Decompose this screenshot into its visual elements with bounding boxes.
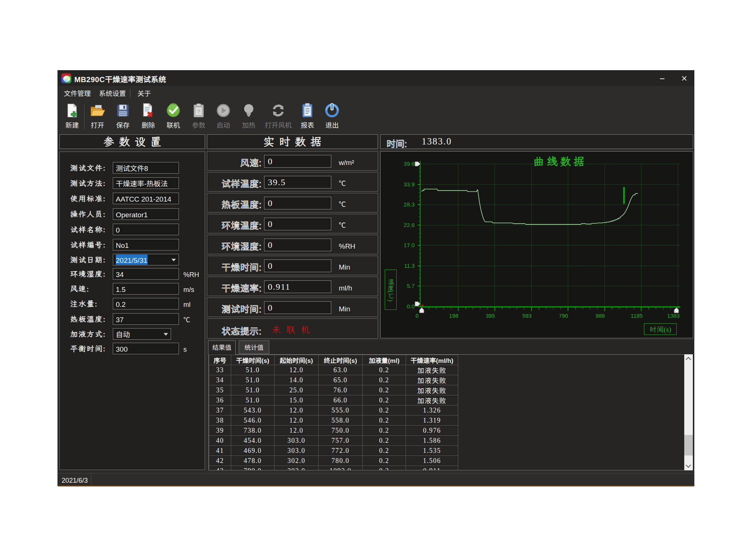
table-cell: 37	[209, 405, 231, 416]
toolbar-button-label: 参数	[188, 120, 209, 130]
realtime-label-status-hint: 状态提示:	[221, 324, 262, 337]
field-input-test-file[interactable]: 测试文件8	[113, 162, 179, 174]
realtime-value-sample-temp[interactable]: 39.5	[264, 176, 331, 189]
table-cell: 1.319	[406, 416, 458, 426]
field-input-sample-no[interactable]: No1	[113, 239, 179, 251]
table-row[interactable]: 42478.0302.0780.00.21.506	[209, 456, 458, 466]
column-header[interactable]: 加液量(ml)	[363, 355, 406, 365]
minimize-button[interactable]	[652, 71, 673, 86]
field-input-operator[interactable]: Operator1	[113, 208, 179, 220]
heat-bulb-icon	[241, 103, 256, 118]
column-header[interactable]: 起始时间(s)	[275, 355, 319, 365]
realtime-value-ambient-temp[interactable]: 0	[264, 218, 331, 230]
table-cell: 0.2	[363, 436, 406, 446]
toolbar-button-delete[interactable]: 删除	[138, 103, 159, 134]
title-bar[interactable]: MB290C干燥速率测试系统	[58, 71, 694, 86]
scroll-up-button[interactable]	[684, 354, 693, 363]
tab-results[interactable]: 结果值	[208, 340, 236, 355]
chart-panel: 39.633.928.322.617.011.35.70.00198395593…	[380, 151, 693, 338]
toolbar-button-label: 加热	[238, 120, 259, 130]
field-input-water-volume[interactable]: 0.2	[113, 298, 179, 309]
scroll-down-button[interactable]	[684, 462, 693, 470]
toolbar-button-report[interactable]: 报表	[297, 103, 318, 134]
table-cell: 51.0	[231, 375, 275, 385]
table-row[interactable]: 3551.025.076.00.2加液失败	[209, 385, 458, 395]
table-row[interactable]: 37543.012.0555.00.21.326	[209, 405, 458, 416]
table-cell: 12.0	[275, 416, 319, 426]
field-input-standard[interactable]: AATCC 201-2014	[113, 193, 179, 204]
realtime-value-wind-speed[interactable]: 0	[264, 155, 331, 168]
results-panel: 结果值 统计值 序号干燥时间(s)起始时间(s)终止时间(s)加液量(ml)干燥…	[207, 339, 694, 472]
table-cell: 41	[209, 446, 231, 456]
combo-dropdown-arrow-icon[interactable]	[164, 333, 168, 336]
table-cell: 1.586	[406, 436, 458, 446]
table-cell: 303.0	[275, 466, 319, 471]
field-unit: %RH	[183, 269, 199, 279]
y-tick-label: 0.0	[407, 303, 415, 309]
realtime-value-drying-time[interactable]: 0	[264, 259, 331, 272]
table-row[interactable]: 43790.0303.01093.00.20.911	[209, 466, 458, 471]
realtime-unit: ℃	[339, 199, 346, 209]
column-header[interactable]: 序号	[209, 355, 231, 365]
field-label-operator: 操作人员:	[70, 209, 106, 219]
field-label-sample-name: 试样名称:	[70, 224, 106, 234]
table-cell: 0.911	[406, 466, 458, 471]
table-row[interactable]: 38546.012.0558.00.21.319	[209, 416, 458, 426]
new-file-icon	[65, 103, 80, 118]
table-row[interactable]: 39738.012.0750.00.20.976	[209, 426, 458, 436]
origin-marker	[422, 305, 424, 307]
table-cell: 0.2	[363, 426, 406, 436]
field-input-wind-speed[interactable]: 1.5	[113, 283, 179, 295]
field-input-test-method[interactable]: 干燥速率-热板法	[113, 177, 179, 189]
scrollbar-thumb[interactable]	[684, 435, 693, 455]
field-input-balance-time[interactable]: 300	[113, 343, 179, 354]
menu-about[interactable]: 关于	[137, 86, 151, 100]
params-clipboard-icon: ?	[191, 103, 206, 118]
time-value: 1383.0	[422, 136, 452, 147]
table-cell: 51.0	[231, 385, 275, 395]
column-header[interactable]: 干燥速率(ml/h)	[406, 355, 458, 365]
x-tick-label: 790	[559, 312, 568, 319]
field-input-dosing-mode[interactable]: 自动	[113, 328, 171, 340]
table-cell: 302.0	[275, 456, 319, 466]
table-cell: 0.2	[363, 466, 406, 471]
table-cell: 33	[209, 365, 231, 375]
x-tick-label: 0	[415, 312, 418, 319]
toolbar-button-label: 联机	[163, 120, 184, 130]
toolbar-button-open[interactable]: 打开	[87, 103, 108, 134]
toolbar-button-exit[interactable]: 退出	[322, 103, 342, 134]
temperature-chart[interactable]: 39.633.928.322.617.011.35.70.00198395593…	[381, 152, 693, 338]
realtime-value-hotplate-temp[interactable]: 0	[264, 197, 331, 209]
field-label-sample-no: 试样编号:	[70, 240, 106, 250]
field-label-ambient-humidity: 环境湿度:	[70, 269, 106, 279]
toolbar-button-online[interactable]: 联机	[163, 103, 184, 134]
table-row[interactable]: 40454.0303.0757.00.21.586	[209, 436, 458, 446]
field-input-test-date[interactable]: 2021/5/31	[113, 254, 179, 265]
column-header[interactable]: 终止时间(s)	[319, 355, 363, 365]
field-value: 2021/5/31	[116, 255, 148, 265]
combo-dropdown-arrow-icon[interactable]	[171, 259, 176, 261]
table-row[interactable]: 41469.0303.0772.00.21.535	[209, 446, 458, 456]
table-cell: 543.0	[231, 405, 275, 416]
close-button[interactable]	[674, 71, 695, 86]
column-header[interactable]: 干燥时间(s)	[231, 355, 275, 365]
realtime-value-ambient-humidity[interactable]: 0	[264, 239, 331, 251]
field-input-ambient-humidity[interactable]: 34	[113, 268, 179, 280]
tab-statistics[interactable]: 统计值	[239, 340, 269, 354]
field-input-sample-name[interactable]: 0	[113, 224, 179, 235]
menu-file-management[interactable]: 文件管理	[64, 86, 91, 100]
field-label-dosing-mode: 加液方式:	[70, 329, 106, 339]
toolbar-button-new[interactable]: 新建	[62, 103, 83, 134]
realtime-group-ambient-humidity: 环境湿度:0%RH	[207, 235, 378, 254]
field-input-hotplate-temp[interactable]: 37	[113, 313, 179, 325]
realtime-value-test-time[interactable]: 0	[264, 301, 331, 314]
vertical-scrollbar[interactable]	[684, 354, 693, 470]
toolbar-button-save[interactable]: 保存	[112, 103, 133, 134]
realtime-value-drying-rate[interactable]: 0.911	[264, 280, 331, 293]
y-tick-label: 28.3	[404, 201, 415, 208]
table-row[interactable]: 3651.015.066.00.2加液失败	[209, 395, 458, 405]
table-row[interactable]: 3451.014.065.00.2加液失败	[209, 375, 458, 385]
minimize-icon	[660, 76, 665, 81]
menu-system-settings[interactable]: 系统设置	[99, 86, 126, 100]
table-row[interactable]: 3351.012.063.00.2加液失败	[209, 365, 458, 375]
